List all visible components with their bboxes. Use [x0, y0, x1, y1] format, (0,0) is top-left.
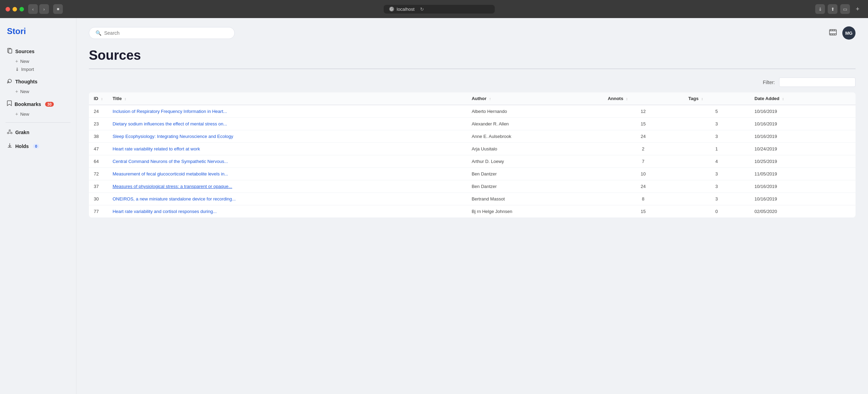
thoughts-icon: [7, 78, 12, 85]
svg-point-5: [9, 130, 10, 131]
forward-button[interactable]: ›: [39, 4, 49, 14]
avatar[interactable]: MG: [842, 26, 856, 40]
nav-section-holds: Holds 0: [6, 141, 70, 152]
close-button[interactable]: [6, 7, 10, 11]
cell-id-8: 77: [89, 205, 108, 218]
cell-id-6: 37: [89, 180, 108, 193]
main-content: 🔍 MG Sources Filter: ID: [76, 18, 868, 394]
cell-tags-2: 3: [683, 130, 750, 143]
back-button[interactable]: ‹: [28, 4, 38, 14]
cell-date-4: 10/25/2019: [750, 155, 856, 168]
fullscreen-button[interactable]: [19, 7, 24, 11]
cell-id-4: 64: [89, 155, 108, 168]
download-button[interactable]: ⇓: [815, 4, 825, 14]
svg-point-6: [7, 132, 9, 134]
nav-buttons: ‹ ›: [28, 4, 49, 14]
sidebar-item-holds-label: Holds: [15, 143, 29, 149]
cell-date-2: 10/16/2019: [750, 130, 856, 143]
source-link-3[interactable]: Heart rate variability related to effort…: [112, 146, 200, 151]
cell-date-5: 11/05/2019: [750, 168, 856, 180]
minimize-button[interactable]: [12, 7, 17, 11]
sources-table: ID ↕ Title ↕ Author ↑ Annots ↕: [89, 92, 856, 217]
sidebar-subitem-new-source-label: New: [20, 59, 29, 64]
sources-icon: [7, 48, 12, 55]
cell-id-0: 24: [89, 105, 108, 118]
sidebar-subitem-new-bookmark[interactable]: + New: [6, 110, 70, 118]
cell-title-8: Heart rate variability and cortisol resp…: [108, 205, 467, 218]
cell-date-3: 10/24/2019: [750, 143, 856, 155]
search-icon: 🔍: [95, 30, 101, 36]
url-bar: G localhost ↻: [384, 5, 495, 14]
table-row: 47 Heart rate variability related to eff…: [89, 143, 856, 155]
col-header-tags[interactable]: Tags ↕: [683, 92, 750, 105]
filter-input[interactable]: [779, 77, 856, 87]
nav-section-grakn: Grakn: [6, 127, 70, 138]
cell-author-7: Bertrand Massot: [467, 193, 603, 205]
cell-title-4: Central Command Neurons of the Sympathet…: [108, 155, 467, 168]
cell-tags-1: 3: [683, 118, 750, 130]
svg-rect-14: [831, 30, 831, 31]
source-link-4[interactable]: Central Command Neurons of the Sympathet…: [112, 159, 228, 164]
window-button[interactable]: ▭: [840, 4, 850, 14]
sort-icon-author: ↑: [489, 97, 491, 101]
search-bar[interactable]: 🔍: [89, 27, 235, 39]
cell-tags-8: 0: [683, 205, 750, 218]
sort-icon-title: ↕: [124, 97, 126, 101]
sidebar-subitem-new-thought[interactable]: + New: [6, 87, 70, 96]
cell-author-4: Arthur D. Loewy: [467, 155, 603, 168]
source-link-5[interactable]: Measurement of fecal glucocorticoid meta…: [112, 171, 228, 177]
header-actions: MG: [829, 26, 856, 40]
filter-bar: Filter:: [89, 77, 856, 87]
sort-icon-tags: ↕: [701, 97, 703, 101]
col-header-annots[interactable]: Annots ↕: [603, 92, 683, 105]
sidebar-subitem-new-bookmark-label: New: [20, 112, 29, 117]
cell-annots-0: 12: [603, 105, 683, 118]
source-link-8[interactable]: Heart rate variability and cortisol resp…: [112, 209, 217, 214]
sidebar-item-thoughts[interactable]: Thoughts: [6, 76, 70, 87]
cell-title-0: Inclusion of Respiratory Frequency Infor…: [108, 105, 467, 118]
sort-icon-date: ↕: [782, 97, 784, 101]
cell-title-1: Dietary sodium influences the effect of …: [108, 118, 467, 130]
source-link-6[interactable]: Measures of physiological stress: a tran…: [112, 184, 232, 189]
favicon: G: [389, 7, 394, 11]
col-header-title[interactable]: Title ↕: [108, 92, 467, 105]
cell-tags-0: 5: [683, 105, 750, 118]
source-link-7[interactable]: ONEIROS, a new miniature standalone devi…: [112, 196, 236, 202]
source-link-1[interactable]: Dietary sodium influences the effect of …: [112, 121, 227, 126]
sidebar-divider: [6, 122, 70, 123]
cell-annots-8: 15: [603, 205, 683, 218]
page-title: Sources: [89, 48, 856, 63]
col-header-author[interactable]: Author ↑: [467, 92, 603, 105]
table-row: 38 Sleep Ecophysiology: Integrating Neur…: [89, 130, 856, 143]
table-row: 37 Measures of physiological stress: a t…: [89, 180, 856, 193]
filter-label: Filter:: [763, 80, 775, 85]
sidebar-subitem-import-source[interactable]: ⇓ Import: [6, 65, 70, 73]
add-tab-button[interactable]: +: [853, 4, 862, 14]
svg-rect-17: [832, 34, 833, 35]
sidebar-subitem-import-source-label: Import: [21, 67, 34, 72]
svg-point-4: [7, 82, 8, 83]
nav-section-thoughts: Thoughts + New: [6, 76, 70, 96]
search-input[interactable]: [104, 30, 228, 36]
cell-tags-7: 3: [683, 193, 750, 205]
reload-icon[interactable]: ↻: [420, 7, 424, 12]
bookmarks-badge: 30: [45, 102, 53, 107]
sidebar-item-sources[interactable]: Sources: [6, 46, 70, 57]
sidebar-toggle-button[interactable]: ■: [53, 4, 63, 14]
sidebar-item-bookmarks[interactable]: Bookmarks 30: [6, 98, 70, 110]
nav-section-bookmarks: Bookmarks 30 + New: [6, 98, 70, 118]
col-header-date[interactable]: Date Added ↕: [750, 92, 856, 105]
table-row: 24 Inclusion of Respiratory Frequency In…: [89, 105, 856, 118]
source-link-0[interactable]: Inclusion of Respiratory Frequency Infor…: [112, 109, 227, 114]
table-body: 24 Inclusion of Respiratory Frequency In…: [89, 105, 856, 217]
bookmarks-icon: [7, 100, 12, 108]
source-link-2[interactable]: Sleep Ecophysiology: Integrating Neurosc…: [112, 134, 233, 139]
sidebar-item-holds[interactable]: Holds 0: [6, 141, 70, 152]
table-row: 30 ONEIROS, a new miniature standalone d…: [89, 193, 856, 205]
sidebar-item-grakn[interactable]: Grakn: [6, 127, 70, 138]
share-button[interactable]: ⬆: [828, 4, 837, 14]
sidebar-subitem-new-source[interactable]: + New: [6, 57, 70, 65]
film-icon[interactable]: [829, 29, 837, 37]
col-header-id[interactable]: ID ↕: [89, 92, 108, 105]
cell-author-0: Alberto Hernando: [467, 105, 603, 118]
